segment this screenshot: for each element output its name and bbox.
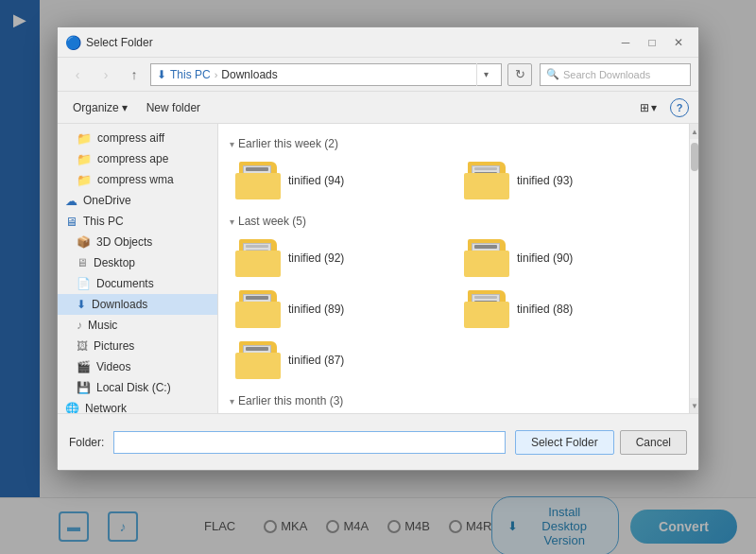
view-chevron-icon: ▾	[651, 101, 657, 114]
new-folder-button[interactable]: New folder	[141, 98, 206, 117]
folder-label: Folder:	[69, 436, 104, 449]
sidebar-item-pictures[interactable]: 🖼 Pictures	[58, 336, 217, 356]
list-item[interactable]: tinified (90)	[458, 235, 678, 281]
objects-icon: 📦	[77, 235, 91, 249]
select-folder-button[interactable]: Select Folder	[515, 430, 614, 455]
close-button[interactable]: ✕	[666, 30, 691, 55]
img-stripe	[246, 296, 268, 300]
folder-name-label: tinified (89)	[288, 303, 344, 316]
section-header-2[interactable]: ▾ Earlier this month (3)	[230, 394, 678, 407]
network-icon: 🌐	[65, 402, 79, 413]
folder-name-label: tinified (93)	[517, 174, 573, 187]
folder-front	[235, 353, 281, 379]
music-folder-icon: ♪	[77, 319, 82, 332]
sidebar-item-desktop[interactable]: 🖥 Desktop	[58, 252, 217, 273]
list-item[interactable]: tinified (92)	[230, 235, 449, 281]
up-button[interactable]: ↑	[122, 62, 146, 87]
folder-front	[464, 173, 509, 199]
address-bar[interactable]: ⬇ This PC › Downloads ▾	[150, 63, 502, 86]
dialog-sidebar: 📁 compress aiff 📁 compress ape 📁 compres…	[58, 124, 218, 413]
dialog-titlebar: 🔵 Select Folder ─ □ ✕	[58, 27, 698, 58]
section-chevron-icon-0: ▾	[230, 139, 234, 149]
folder-icon: 📁	[77, 173, 92, 187]
cancel-button[interactable]: Cancel	[620, 430, 687, 455]
img-stripe	[246, 245, 268, 248]
sidebar-item-videos[interactable]: 🎬 Videos	[58, 356, 217, 377]
maximize-button[interactable]: □	[640, 30, 664, 55]
titlebar-controls: ─ □ ✕	[613, 30, 691, 55]
view-button[interactable]: ⊞ ▾	[634, 98, 662, 117]
help-button[interactable]: ?	[670, 98, 689, 117]
folder-front	[235, 173, 281, 199]
list-item[interactable]: tinified (89)	[230, 286, 449, 332]
folder-thumbnail	[235, 162, 281, 199]
refresh-button[interactable]: ↻	[507, 63, 532, 86]
folder-thumbnail	[235, 239, 281, 277]
list-item[interactable]: tinified (94)	[230, 158, 449, 203]
folder-name-label: tinified (92)	[288, 251, 344, 265]
list-item[interactable]: tinified (93)	[458, 158, 678, 203]
search-icon: 🔍	[546, 68, 559, 80]
folder-thumbnail	[235, 290, 281, 328]
folder-name-label: tinified (87)	[288, 354, 344, 367]
folder-icon: 📁	[77, 131, 92, 146]
footer-buttons: Select Folder Cancel	[515, 430, 687, 455]
folder-thumbnail	[464, 290, 509, 328]
scroll-down-button[interactable]: ▼	[690, 398, 698, 413]
folder-front	[235, 302, 281, 328]
cloud-icon: ☁	[65, 194, 77, 208]
folder-input[interactable]	[113, 431, 506, 454]
sidebar-item-local-disk[interactable]: 💾 Local Disk (C:)	[58, 377, 217, 398]
sidebar-item-network[interactable]: 🌐 Network	[58, 398, 217, 413]
sidebar-item-this-pc[interactable]: 🖥 This PC	[58, 211, 217, 232]
pictures-icon: 🖼	[77, 339, 88, 353]
img-stripe	[474, 296, 497, 299]
sidebar-item-3d-objects[interactable]: 📦 3D Objects	[58, 232, 217, 252]
downloads-icon: ⬇	[77, 298, 86, 311]
sidebar-item-downloads[interactable]: ⬇ Downloads	[58, 294, 217, 315]
sidebar-item-documents[interactable]: 📄 Documents	[58, 273, 217, 294]
list-item[interactable]: tinified (87)	[230, 338, 449, 383]
this-pc-label: This PC	[170, 68, 211, 81]
forward-button[interactable]: ›	[94, 62, 118, 87]
scroll-up-button[interactable]: ▲	[690, 124, 698, 139]
dialog-actionbar: Organize ▾ New folder ⊞ ▾ ?	[58, 92, 698, 124]
img-stripe	[474, 167, 497, 170]
section-header-1[interactable]: ▾ Last week (5)	[230, 215, 678, 228]
select-folder-dialog: 🔵 Select Folder ─ □ ✕ ‹ › ↑ ⬇ This PC › …	[57, 26, 699, 471]
dialog-content-area[interactable]: ▾ Earlier this week (2) tinified (94)	[218, 124, 689, 413]
sidebar-item-compress-aiff[interactable]: 📁 compress aiff	[58, 128, 217, 148]
folder-thumbnail	[464, 162, 509, 199]
dialog-app-icon: 🔵	[65, 35, 80, 50]
section-chevron-icon-2: ▾	[230, 396, 234, 407]
address-dropdown-button[interactable]: ▾	[476, 63, 495, 86]
desktop-icon: 🖥	[77, 256, 88, 269]
section-header-0[interactable]: ▾ Earlier this week (2)	[230, 137, 678, 150]
folder-front	[235, 251, 281, 277]
sidebar-item-compress-ape[interactable]: 📁 compress ape	[58, 148, 217, 169]
minimize-button[interactable]: ─	[613, 30, 638, 55]
sidebar-item-music[interactable]: ♪ Music	[58, 315, 217, 336]
documents-icon: 📄	[77, 277, 91, 290]
dialog-title: Select Folder	[86, 36, 608, 49]
address-icon: ⬇	[157, 68, 166, 81]
folder-name-label: tinified (94)	[288, 174, 344, 187]
view-icon: ⊞	[640, 101, 649, 114]
organize-button[interactable]: Organize ▾	[67, 98, 133, 117]
section-chevron-icon-1: ▾	[230, 216, 234, 227]
folder-name-label: tinified (90)	[517, 251, 573, 265]
dialog-overlay: 🔵 Select Folder ─ □ ✕ ‹ › ↑ ⬇ This PC › …	[0, 0, 756, 554]
sidebar-item-compress-wma[interactable]: 📁 compress wma	[58, 169, 217, 190]
folder-grid-0: tinified (94) tinified (93)	[230, 158, 678, 203]
scroll-thumb[interactable]	[691, 143, 698, 171]
back-button[interactable]: ‹	[65, 62, 90, 87]
dialog-footer: Folder: Select Folder Cancel	[58, 413, 698, 470]
organize-chevron-icon: ▾	[122, 101, 128, 114]
sidebar-item-onedrive[interactable]: ☁ OneDrive	[58, 190, 217, 211]
dialog-main: 📁 compress aiff 📁 compress ape 📁 compres…	[58, 124, 698, 413]
list-item[interactable]: tinified (88)	[458, 286, 678, 332]
search-bar: 🔍 Search Downloads	[540, 63, 691, 86]
computer-icon: 🖥	[65, 215, 77, 229]
dialog-nav-toolbar: ‹ › ↑ ⬇ This PC › Downloads ▾ ↻ 🔍 Search…	[58, 58, 698, 92]
content-scrollbar[interactable]: ▲ ▼	[689, 124, 698, 413]
